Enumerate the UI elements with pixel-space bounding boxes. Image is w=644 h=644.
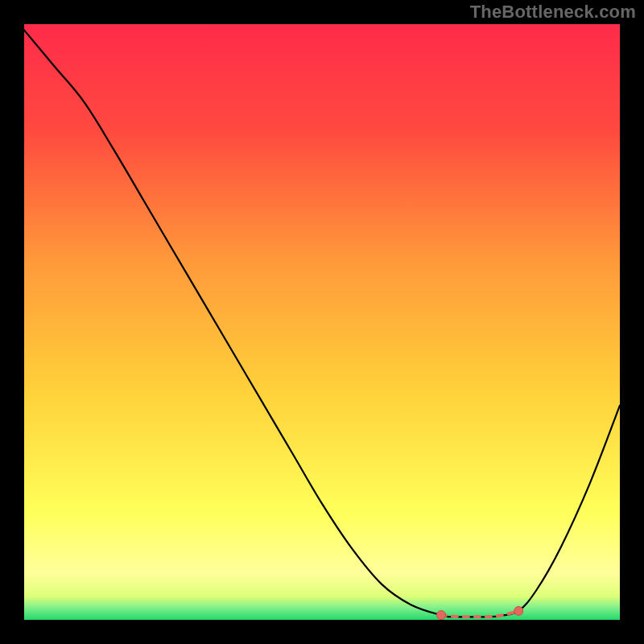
chart-svg: [24, 24, 620, 620]
optimal-range-start-dot: [437, 611, 446, 620]
plot-area: [24, 24, 620, 620]
optimal-range-end-dot: [514, 606, 523, 615]
gradient-background: [24, 24, 620, 620]
attribution-label: TheBottleneck.com: [470, 2, 636, 23]
chart-frame: TheBottleneck.com: [0, 0, 644, 644]
